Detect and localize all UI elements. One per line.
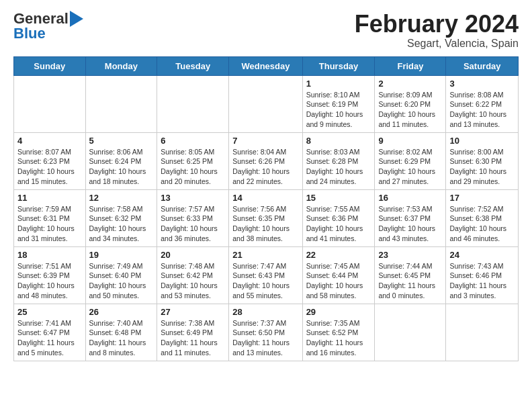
calendar-cell: 1Sunrise: 8:10 AMSunset: 6:19 PMDaylight…: [302, 75, 375, 132]
day-info: Sunrise: 8:06 AMSunset: 6:24 PMDaylight:…: [89, 147, 154, 187]
calendar: SundayMondayTuesdayWednesdayThursdayFrid…: [13, 56, 519, 361]
day-info: Sunrise: 7:48 AMSunset: 6:42 PMDaylight:…: [161, 261, 225, 301]
day-info: Sunrise: 7:47 AMSunset: 6:43 PMDaylight:…: [232, 261, 298, 301]
day-number: 10: [449, 136, 515, 146]
day-number: 13: [161, 193, 225, 203]
logo: General Blue: [13, 11, 83, 42]
logo-blue-text: Blue: [13, 26, 46, 42]
logo-icon: [70, 11, 83, 27]
calendar-cell: 15Sunrise: 7:55 AMSunset: 6:36 PMDayligh…: [302, 189, 375, 246]
calendar-cell: 26Sunrise: 7:40 AMSunset: 6:48 PMDayligh…: [85, 304, 157, 361]
day-number: 16: [378, 193, 442, 203]
day-info: Sunrise: 7:35 AMSunset: 6:52 PMDaylight:…: [306, 318, 371, 358]
calendar-day-header: Friday: [375, 56, 446, 75]
day-info: Sunrise: 8:07 AMSunset: 6:23 PMDaylight:…: [17, 147, 82, 187]
day-number: 9: [378, 136, 442, 146]
day-number: 28: [232, 307, 298, 317]
calendar-cell: 21Sunrise: 7:47 AMSunset: 6:43 PMDayligh…: [229, 246, 302, 304]
day-info: Sunrise: 8:00 AMSunset: 6:30 PMDaylight:…: [449, 147, 515, 187]
day-number: 7: [232, 136, 298, 146]
svg-marker-0: [70, 11, 83, 27]
calendar-cell: 23Sunrise: 7:44 AMSunset: 6:45 PMDayligh…: [375, 246, 446, 304]
day-info: Sunrise: 8:09 AMSunset: 6:20 PMDaylight:…: [378, 90, 442, 130]
day-info: Sunrise: 7:56 AMSunset: 6:35 PMDaylight:…: [232, 204, 298, 244]
day-info: Sunrise: 8:08 AMSunset: 6:22 PMDaylight:…: [449, 90, 515, 130]
day-info: Sunrise: 8:03 AMSunset: 6:28 PMDaylight:…: [306, 147, 371, 187]
day-number: 20: [161, 250, 225, 260]
day-number: 25: [17, 307, 82, 317]
calendar-cell: 16Sunrise: 7:53 AMSunset: 6:37 PMDayligh…: [375, 189, 446, 246]
day-number: 5: [89, 136, 154, 146]
calendar-week-row: 1Sunrise: 8:10 AMSunset: 6:19 PMDaylight…: [14, 75, 519, 132]
day-number: 18: [17, 250, 82, 260]
calendar-cell: [446, 304, 519, 361]
calendar-week-row: 11Sunrise: 7:59 AMSunset: 6:31 PMDayligh…: [14, 189, 519, 246]
calendar-cell: 8Sunrise: 8:03 AMSunset: 6:28 PMDaylight…: [302, 132, 375, 189]
calendar-week-row: 18Sunrise: 7:51 AMSunset: 6:39 PMDayligh…: [14, 246, 519, 304]
calendar-cell: 22Sunrise: 7:45 AMSunset: 6:44 PMDayligh…: [302, 246, 375, 304]
day-info: Sunrise: 7:40 AMSunset: 6:48 PMDaylight:…: [89, 318, 154, 358]
calendar-week-row: 25Sunrise: 7:41 AMSunset: 6:47 PMDayligh…: [14, 304, 519, 361]
calendar-cell: [14, 75, 86, 132]
day-number: 22: [306, 250, 371, 260]
day-number: 21: [232, 250, 298, 260]
calendar-cell: 19Sunrise: 7:49 AMSunset: 6:40 PMDayligh…: [85, 246, 157, 304]
calendar-day-header: Thursday: [302, 56, 375, 75]
calendar-cell: 4Sunrise: 8:07 AMSunset: 6:23 PMDaylight…: [14, 132, 86, 189]
calendar-header-row: SundayMondayTuesdayWednesdayThursdayFrid…: [14, 56, 519, 75]
day-number: 27: [161, 307, 225, 317]
calendar-cell: 10Sunrise: 8:00 AMSunset: 6:30 PMDayligh…: [446, 132, 519, 189]
calendar-cell: 7Sunrise: 8:04 AMSunset: 6:26 PMDaylight…: [229, 132, 302, 189]
day-info: Sunrise: 7:49 AMSunset: 6:40 PMDaylight:…: [89, 261, 154, 301]
day-number: 12: [89, 193, 154, 203]
day-info: Sunrise: 7:38 AMSunset: 6:49 PMDaylight:…: [161, 318, 225, 358]
calendar-cell: [157, 75, 229, 132]
day-info: Sunrise: 7:51 AMSunset: 6:39 PMDaylight:…: [17, 261, 82, 301]
calendar-cell: 13Sunrise: 7:57 AMSunset: 6:33 PMDayligh…: [157, 189, 229, 246]
page: General Blue February 2024 Segart, Valen…: [0, 0, 532, 375]
calendar-cell: 6Sunrise: 8:05 AMSunset: 6:25 PMDaylight…: [157, 132, 229, 189]
calendar-cell: 25Sunrise: 7:41 AMSunset: 6:47 PMDayligh…: [14, 304, 86, 361]
calendar-cell: [375, 304, 446, 361]
day-number: 3: [449, 79, 515, 89]
calendar-day-header: Tuesday: [157, 56, 229, 75]
calendar-day-header: Wednesday: [229, 56, 302, 75]
calendar-cell: 27Sunrise: 7:38 AMSunset: 6:49 PMDayligh…: [157, 304, 229, 361]
day-number: 19: [89, 250, 154, 260]
day-info: Sunrise: 7:44 AMSunset: 6:45 PMDaylight:…: [378, 261, 442, 301]
day-info: Sunrise: 8:05 AMSunset: 6:25 PMDaylight:…: [161, 147, 225, 187]
day-info: Sunrise: 7:37 AMSunset: 6:50 PMDaylight:…: [232, 318, 298, 358]
calendar-week-row: 4Sunrise: 8:07 AMSunset: 6:23 PMDaylight…: [14, 132, 519, 189]
title-block: February 2024 Segart, Valencia, Spain: [355, 11, 519, 50]
day-info: Sunrise: 7:43 AMSunset: 6:46 PMDaylight:…: [449, 261, 515, 301]
day-info: Sunrise: 7:41 AMSunset: 6:47 PMDaylight:…: [17, 318, 82, 358]
calendar-day-header: Sunday: [14, 56, 86, 75]
calendar-cell: 29Sunrise: 7:35 AMSunset: 6:52 PMDayligh…: [302, 304, 375, 361]
day-info: Sunrise: 8:10 AMSunset: 6:19 PMDaylight:…: [306, 90, 371, 130]
day-number: 14: [232, 193, 298, 203]
header: General Blue February 2024 Segart, Valen…: [13, 11, 519, 50]
day-info: Sunrise: 7:58 AMSunset: 6:32 PMDaylight:…: [89, 204, 154, 244]
day-info: Sunrise: 8:04 AMSunset: 6:26 PMDaylight:…: [232, 147, 298, 187]
calendar-day-header: Saturday: [446, 56, 519, 75]
day-number: 17: [449, 193, 515, 203]
day-number: 26: [89, 307, 154, 317]
calendar-cell: [229, 75, 302, 132]
day-number: 24: [449, 250, 515, 260]
day-info: Sunrise: 8:02 AMSunset: 6:29 PMDaylight:…: [378, 147, 442, 187]
day-info: Sunrise: 7:52 AMSunset: 6:38 PMDaylight:…: [449, 204, 515, 244]
calendar-cell: 12Sunrise: 7:58 AMSunset: 6:32 PMDayligh…: [85, 189, 157, 246]
day-number: 2: [378, 79, 442, 89]
day-number: 15: [306, 193, 371, 203]
month-title: February 2024: [355, 11, 519, 38]
day-info: Sunrise: 7:57 AMSunset: 6:33 PMDaylight:…: [161, 204, 225, 244]
calendar-day-header: Monday: [85, 56, 157, 75]
calendar-cell: 28Sunrise: 7:37 AMSunset: 6:50 PMDayligh…: [229, 304, 302, 361]
calendar-cell: 9Sunrise: 8:02 AMSunset: 6:29 PMDaylight…: [375, 132, 446, 189]
day-number: 29: [306, 307, 371, 317]
day-number: 23: [378, 250, 442, 260]
calendar-cell: [85, 75, 157, 132]
calendar-cell: 18Sunrise: 7:51 AMSunset: 6:39 PMDayligh…: [14, 246, 86, 304]
day-info: Sunrise: 7:59 AMSunset: 6:31 PMDaylight:…: [17, 204, 82, 244]
day-number: 6: [161, 136, 225, 146]
